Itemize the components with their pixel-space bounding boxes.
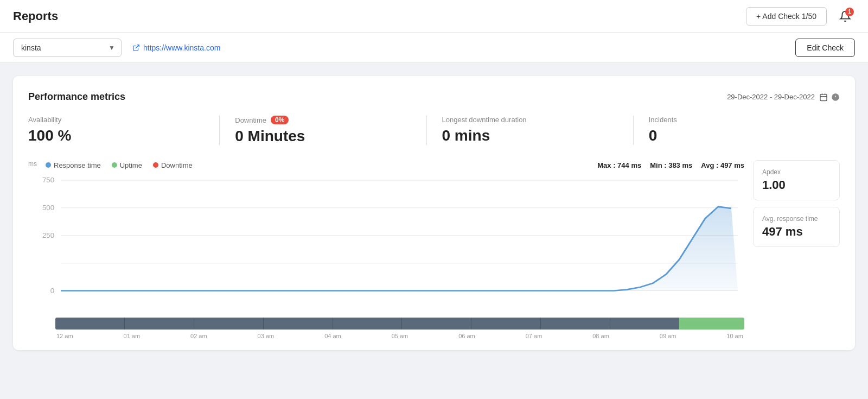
calendar-icon[interactable] <box>819 93 828 102</box>
svg-rect-1 <box>820 94 827 100</box>
chart-main: ms Response time Uptime Downtime <box>28 160 744 339</box>
top-header: Reports + Add Check 1/50 1 <box>0 0 868 33</box>
legend-downtime: Downtime <box>153 161 193 169</box>
line-chart: 750 500 250 0 <box>28 174 744 315</box>
header-right: + Add Check 1/50 1 <box>746 7 855 26</box>
downtime-value: 0 Minutes <box>235 128 411 145</box>
availability-value: 100 % <box>28 127 204 144</box>
time-label-5: 05 am <box>392 333 409 339</box>
longest-downtime-label: Longest downtime duration <box>442 116 618 124</box>
availability-label: Availability <box>28 116 204 124</box>
svg-text:250: 250 <box>42 232 54 239</box>
avg-response-value: 497 ms <box>762 225 831 239</box>
notification-badge: 1 <box>845 8 854 16</box>
time-label-9: 09 am <box>660 333 676 339</box>
incidents-value: 0 <box>649 127 825 144</box>
time-label-1: 01 am <box>124 333 141 339</box>
svg-line-0 <box>136 45 139 48</box>
time-label-4: 04 am <box>324 333 341 339</box>
chart-section: ms Response time Uptime Downtime <box>28 160 840 339</box>
card-header: Performance metrics 29-Dec-2022 - 29-Dec… <box>28 91 840 103</box>
svg-text:500: 500 <box>42 205 54 212</box>
uptime-dot <box>112 162 117 168</box>
timeline-grey <box>55 318 679 330</box>
longest-downtime-metric: Longest downtime duration 0 mins <box>427 116 634 145</box>
y-axis-label: ms <box>28 160 37 168</box>
timeline-green <box>679 318 744 330</box>
legend-response-time-label: Response time <box>54 161 101 169</box>
card-title: Performance metrics <box>28 91 125 103</box>
date-range-icons <box>819 93 840 102</box>
apdex-label: Apdex <box>762 168 831 176</box>
main-content: Performance metrics 29-Dec-2022 - 29-Dec… <box>0 63 868 363</box>
time-label-10: 10 am <box>726 333 743 339</box>
page-title: Reports <box>13 9 58 23</box>
incidents-metric: Incidents 0 <box>634 116 840 145</box>
metrics-card: Performance metrics 29-Dec-2022 - 29-Dec… <box>13 76 855 350</box>
svg-text:750: 750 <box>42 177 54 184</box>
incidents-label: Incidents <box>649 116 825 124</box>
site-url-link[interactable]: https://www.kinsta.com <box>132 43 220 52</box>
max-stat: Max : 744 ms <box>597 161 641 169</box>
chart-area: 750 500 250 0 <box>28 174 744 315</box>
chart-area-fill <box>61 207 738 291</box>
chart-legend: Response time Uptime Downtime <box>46 161 193 169</box>
downtime-metric: Downtime 0% 0 Minutes <box>220 116 426 145</box>
downtime-badge: 0% <box>271 116 289 124</box>
time-label-6: 06 am <box>458 333 475 339</box>
sub-header-left: kinsta ▼ https://www.kinsta.com <box>13 39 220 57</box>
longest-downtime-value: 0 mins <box>442 127 618 144</box>
chart-stats: Max : 744 ms Min : 383 ms Avg : 497 ms <box>597 161 744 169</box>
date-range-text: 29-Dec-2022 - 29-Dec-2022 <box>727 93 815 101</box>
avg-response-label: Avg. response time <box>762 215 831 223</box>
legend-uptime: Uptime <box>112 161 142 169</box>
apdex-panel: Apdex 1.00 <box>753 160 840 200</box>
site-url-text: https://www.kinsta.com <box>143 43 220 52</box>
legend-downtime-label: Downtime <box>161 161 193 169</box>
timeline-section: 12 am 01 am 02 am 03 am 04 am 05 am 06 a… <box>28 318 744 339</box>
min-stat: Min : 383 ms <box>650 161 692 169</box>
avg-response-panel: Avg. response time 497 ms <box>753 207 840 247</box>
site-selector[interactable]: kinsta <box>13 39 122 57</box>
chart-line <box>61 207 731 291</box>
date-range: 29-Dec-2022 - 29-Dec-2022 <box>727 93 840 102</box>
time-labels: 12 am 01 am 02 am 03 am 04 am 05 am 06 a… <box>55 333 744 339</box>
time-label-8: 08 am <box>592 333 609 339</box>
downtime-label: Downtime 0% <box>235 116 411 124</box>
metrics-row: Availability 100 % Downtime 0% 0 Minutes… <box>28 116 840 145</box>
sub-header: kinsta ▼ https://www.kinsta.com Edit Che… <box>0 33 868 63</box>
avg-stat: Avg : 497 ms <box>701 161 744 169</box>
add-check-button[interactable]: + Add Check 1/50 <box>746 7 827 26</box>
info-icon[interactable] <box>831 93 840 102</box>
legend-response-time: Response time <box>46 161 101 169</box>
apdex-value: 1.00 <box>762 178 831 192</box>
time-label-0: 12 am <box>56 333 73 339</box>
svg-text:0: 0 <box>50 287 54 294</box>
response-time-dot <box>46 162 51 168</box>
time-label-7: 07 am <box>526 333 542 339</box>
availability-metric: Availability 100 % <box>28 116 220 145</box>
downtime-dot <box>153 162 158 168</box>
legend-uptime-label: Uptime <box>120 161 142 169</box>
time-label-2: 02 am <box>190 333 207 339</box>
site-selector-wrapper: kinsta ▼ <box>13 39 122 57</box>
chart-right-panels: Apdex 1.00 Avg. response time 497 ms <box>753 160 840 339</box>
time-label-3: 03 am <box>258 333 275 339</box>
external-link-icon <box>132 44 140 52</box>
timeline-bar <box>55 318 744 330</box>
edit-check-button[interactable]: Edit Check <box>795 39 855 57</box>
notification-button[interactable]: 1 <box>835 7 855 26</box>
